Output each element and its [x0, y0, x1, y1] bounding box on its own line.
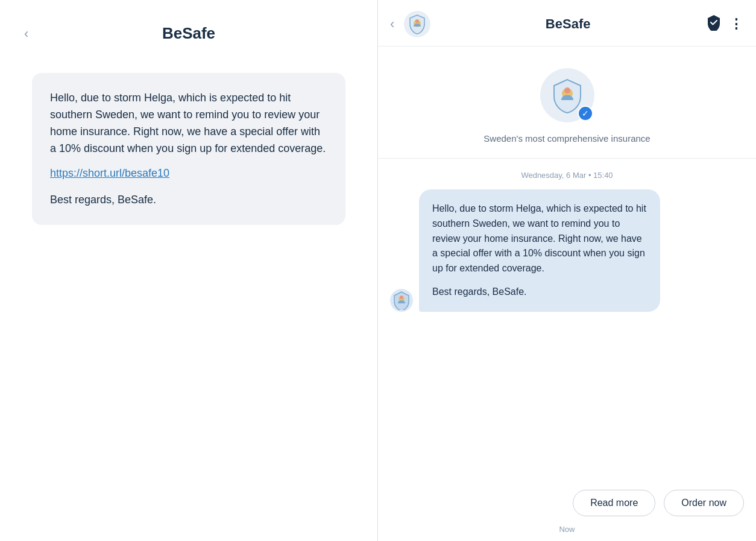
- now-label: Now: [378, 521, 756, 541]
- header-shield-icon: [406, 13, 428, 35]
- left-back-button[interactable]: ‹: [24, 26, 28, 42]
- profile-section: ✓ Sweden's most comprehensive insurance: [378, 46, 756, 159]
- chat-bubble: Hello, due to storm Helga, which is expe…: [419, 189, 660, 312]
- chat-sender-avatar: [390, 289, 413, 312]
- svg-point-3: [564, 87, 570, 93]
- svg-point-5: [400, 296, 403, 299]
- profile-avatar-wrap: ✓: [540, 68, 594, 122]
- left-title: BeSafe: [162, 24, 215, 43]
- right-header: ‹ BeSafe ⋮: [378, 0, 756, 46]
- header-avatar: [404, 11, 430, 37]
- action-buttons-row: Read more Order now: [378, 490, 756, 521]
- chat-shield-icon: [392, 291, 411, 310]
- profile-verified-badge: ✓: [578, 106, 593, 121]
- chat-main-text: Hello, due to storm Helga, which is expe…: [432, 201, 647, 276]
- right-back-button[interactable]: ‹: [390, 16, 394, 32]
- chat-message-row: Hello, due to storm Helga, which is expe…: [390, 189, 744, 312]
- left-header: ‹ BeSafe: [12, 24, 365, 43]
- right-panel: ‹ BeSafe ⋮: [378, 0, 756, 541]
- left-panel: ‹ BeSafe Hello, due to storm Helga, whic…: [0, 0, 378, 541]
- sms-link[interactable]: https://short.url/besafe10: [50, 167, 327, 180]
- sms-regards: Best regards, BeSafe.: [50, 192, 327, 209]
- profile-tagline: Sweden's most comprehensive insurance: [484, 133, 650, 144]
- order-now-button[interactable]: Order now: [664, 490, 744, 516]
- sms-bubble: Hello, due to storm Helga, which is expe…: [32, 73, 345, 225]
- sms-main-text: Hello, due to storm Helga, which is expe…: [50, 90, 327, 157]
- chat-regards-text: Best regards, BeSafe.: [432, 285, 647, 300]
- svg-point-1: [415, 19, 419, 23]
- chat-area: Wednesday, 6 Mar • 15:40 Hello, due to s…: [378, 159, 756, 490]
- verified-shield-icon: [705, 14, 722, 34]
- right-title: BeSafe: [438, 16, 698, 32]
- read-more-button[interactable]: Read more: [573, 490, 655, 516]
- chat-timestamp: Wednesday, 6 Mar • 15:40: [390, 171, 744, 180]
- more-options-icon[interactable]: ⋮: [729, 16, 744, 32]
